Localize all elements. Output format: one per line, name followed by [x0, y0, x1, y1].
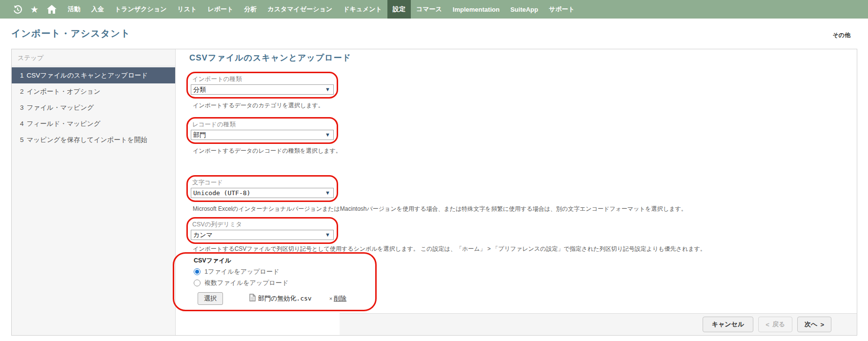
import-type-select[interactable]: 分類 ▼: [191, 84, 334, 95]
chevron-down-icon: ▼: [325, 190, 330, 196]
action-bar: キャンセル < 戻る 次へ >: [340, 313, 857, 335]
step-item-4: 4フィールド・マッピング: [12, 116, 175, 132]
main-panel: CSVファイルのスキャンとアップロード インポートの種類 分類 ▼ インポートす…: [176, 49, 857, 335]
radio-multiple-files[interactable]: 複数ファイルをアップロード: [194, 279, 369, 287]
file-name: 部門の無効化.csv: [258, 294, 312, 303]
csv-file-section-annotation: CSVファイル 1ファイルをアップロード 複数ファイルをアップロード 選択: [173, 252, 377, 311]
step-item-2: 2インポート・オプション: [12, 83, 175, 100]
chevron-left-icon: <: [766, 321, 769, 328]
field-import-type-annotation: インポートの種類 分類 ▼: [186, 72, 338, 99]
nav-item-transactions[interactable]: トランザクション: [109, 0, 172, 19]
csv-delimiter-select[interactable]: カンマ ▼: [191, 230, 334, 240]
field-csv-delimiter-annotation: CSVの列デリミタ カンマ ▼: [186, 217, 338, 244]
nav-item-customization[interactable]: カスタマイゼーション: [262, 0, 338, 19]
close-icon: ×: [329, 296, 332, 301]
nav-item-lists[interactable]: リスト: [172, 0, 202, 19]
character-encoding-select[interactable]: Unicode (UTF-8) ▼: [191, 188, 334, 198]
record-type-select[interactable]: 部門 ▼: [191, 130, 334, 140]
radio-unselected-icon: [194, 280, 201, 286]
file-icon: [249, 294, 256, 303]
csv-delimiter-description: インポートするCSVファイルで列区切り記号として使用するシンボルを選択します。 …: [193, 245, 857, 253]
cancel-button[interactable]: キャンセル: [703, 317, 754, 332]
character-encoding-label: 文字コード: [192, 179, 334, 187]
chevron-down-icon: ▼: [325, 132, 330, 138]
home-icon[interactable]: [47, 5, 57, 14]
csv-delimiter-label: CSVの列デリミタ: [192, 221, 334, 229]
nav-icon-group: ★: [13, 0, 57, 19]
field-character-encoding-annotation: 文字コード Unicode (UTF-8) ▼: [186, 175, 338, 202]
file-row: 選択 部門の無効化.csv × 削除: [198, 292, 369, 305]
nav-item-commerce[interactable]: コマース: [411, 0, 447, 19]
import-type-description: インポートするデータのカテゴリを選択します。: [193, 101, 857, 110]
history-icon[interactable]: [13, 5, 22, 14]
csv-file-label: CSVファイル: [194, 257, 369, 265]
nav-item-activities[interactable]: 活動: [62, 0, 86, 19]
nav-item-setup[interactable]: 設定: [387, 0, 411, 19]
nav-menu: 活動 入金 トランザクション リスト レポート 分析 カスタマイゼーション ドキ…: [62, 0, 580, 19]
record-type-description: インポートするデータのレコードの種類を選択します。: [193, 147, 857, 155]
page-title: インポート・アシスタント: [11, 27, 130, 40]
wizard-container: ステップ 1CSVファイルのスキャンとアップロード 2インポート・オプション 3…: [11, 49, 857, 336]
step-item-1: 1CSVファイルのスキャンとアップロード: [12, 67, 175, 83]
star-icon[interactable]: ★: [30, 5, 39, 14]
field-record-type-annotation: レコードの種類 部門 ▼: [186, 117, 338, 144]
step-item-5: 5マッピングを保存してインポートを開始: [12, 132, 175, 148]
steps-header: ステップ: [12, 49, 175, 66]
next-button[interactable]: 次へ >: [797, 317, 831, 332]
delete-file-link[interactable]: × 削除: [329, 294, 346, 303]
import-type-label: インポートの種類: [192, 75, 334, 83]
nav-item-implementation[interactable]: Implementation: [447, 0, 505, 19]
section-heading: CSVファイルのスキャンとアップロード: [189, 49, 857, 63]
chevron-right-icon: >: [820, 321, 824, 328]
nav-item-documents[interactable]: ドキュメント: [338, 0, 387, 19]
select-file-button[interactable]: 選択: [198, 292, 223, 305]
record-type-label: レコードの種類: [192, 120, 334, 129]
nav-item-suiteapp[interactable]: SuiteApp: [505, 0, 544, 19]
step-item-3: 3ファイル・マッピング: [12, 100, 175, 116]
back-button[interactable]: < 戻る: [758, 317, 792, 332]
nav-item-payments[interactable]: 入金: [86, 0, 109, 19]
nav-item-support[interactable]: サポート: [544, 0, 580, 19]
top-nav: ★ 活動 入金 トランザクション リスト レポート 分析 カスタマイゼーション …: [0, 0, 868, 19]
more-menu[interactable]: その他: [832, 31, 850, 40]
character-encoding-description: Microsoft ExcelのインターナショナルバージョンまたはMacinto…: [193, 205, 857, 213]
nav-item-reports[interactable]: レポート: [202, 0, 239, 19]
steps-list: 1CSVファイルのスキャンとアップロード 2インポート・オプション 3ファイル・…: [12, 67, 175, 148]
uploaded-file: 部門の無効化.csv: [249, 294, 312, 303]
radio-single-file[interactable]: 1ファイルをアップロード: [194, 267, 369, 276]
chevron-down-icon: ▼: [325, 232, 330, 238]
steps-sidebar: ステップ 1CSVファイルのスキャンとアップロード 2インポート・オプション 3…: [12, 49, 176, 335]
radio-selected-icon: [194, 268, 201, 275]
chevron-down-icon: ▼: [325, 87, 330, 92]
nav-item-analytics[interactable]: 分析: [239, 0, 262, 19]
